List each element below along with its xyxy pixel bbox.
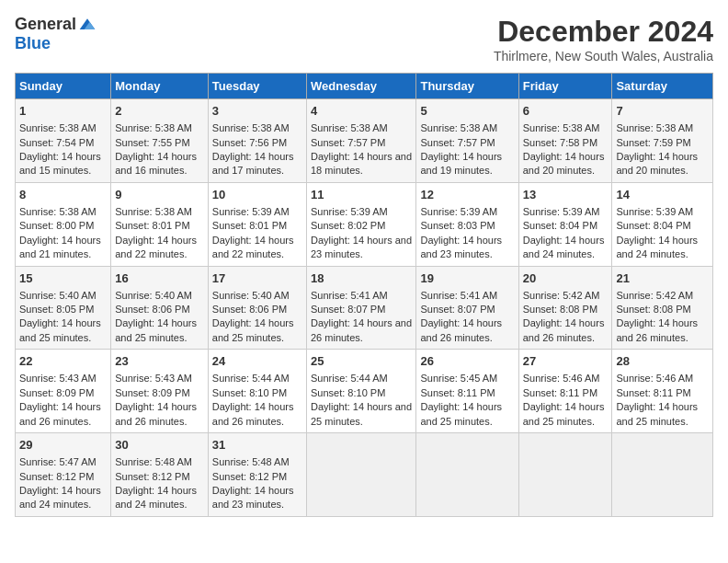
week-row-4: 22Sunrise: 5:43 AMSunset: 8:09 PMDayligh… — [16, 350, 713, 433]
daylight-label: Daylight: 14 hours and 25 minutes. — [420, 401, 502, 426]
day-number: 9 — [115, 187, 204, 203]
sunset-label: Sunset: 8:04 PM — [616, 220, 690, 231]
calendar-cell: 11Sunrise: 5:39 AMSunset: 8:02 PMDayligh… — [306, 182, 415, 266]
daylight-label: Daylight: 14 hours and 25 minutes. — [19, 317, 101, 342]
calendar-cell: 6Sunrise: 5:38 AMSunset: 7:58 PMDaylight… — [518, 99, 612, 183]
sunrise-label: Sunrise: 5:46 AM — [523, 373, 600, 384]
sunset-label: Sunset: 8:06 PM — [115, 304, 189, 315]
week-row-3: 15Sunrise: 5:40 AMSunset: 8:05 PMDayligh… — [16, 266, 713, 350]
sunrise-label: Sunrise: 5:40 AM — [19, 290, 97, 301]
sunset-label: Sunset: 8:04 PM — [523, 220, 597, 231]
calendar-cell: 5Sunrise: 5:38 AMSunset: 7:57 PMDaylight… — [416, 99, 518, 183]
calendar-cell: 17Sunrise: 5:40 AMSunset: 8:06 PMDayligh… — [208, 266, 306, 350]
sunset-label: Sunset: 7:57 PM — [420, 137, 495, 148]
daylight-label: Daylight: 14 hours and 26 minutes. — [19, 401, 101, 426]
sunset-label: Sunset: 8:08 PM — [616, 304, 690, 315]
sunset-label: Sunset: 8:02 PM — [311, 220, 385, 231]
daylight-label: Daylight: 14 hours and 23 minutes. — [212, 485, 294, 510]
sunset-label: Sunset: 8:09 PM — [19, 387, 94, 398]
day-number: 29 — [19, 437, 107, 454]
calendar-cell: 16Sunrise: 5:40 AMSunset: 8:06 PMDayligh… — [111, 266, 209, 350]
calendar-cell: 22Sunrise: 5:43 AMSunset: 8:09 PMDayligh… — [16, 350, 111, 433]
sunset-label: Sunset: 7:54 PM — [19, 137, 94, 148]
daylight-label: Daylight: 14 hours and 25 minutes. — [616, 401, 698, 426]
sunrise-label: Sunrise: 5:40 AM — [212, 290, 290, 301]
day-number: 23 — [115, 353, 204, 370]
sunrise-label: Sunrise: 5:38 AM — [616, 122, 693, 133]
header-cell-tuesday: Tuesday — [208, 74, 306, 99]
sunrise-label: Sunrise: 5:38 AM — [115, 206, 192, 217]
calendar-cell: 9Sunrise: 5:38 AMSunset: 8:01 PMDaylight… — [111, 182, 209, 266]
sunrise-label: Sunrise: 5:39 AM — [420, 206, 497, 217]
daylight-label: Daylight: 14 hours and 25 minutes. — [523, 401, 605, 426]
calendar-cell: 25Sunrise: 5:44 AMSunset: 8:10 PMDayligh… — [306, 350, 415, 433]
day-number: 28 — [616, 353, 709, 370]
header-cell-thursday: Thursday — [416, 74, 518, 99]
sunset-label: Sunset: 8:11 PM — [523, 387, 597, 398]
week-row-5: 29Sunrise: 5:47 AMSunset: 8:12 PMDayligh… — [16, 433, 713, 517]
calendar-cell: 26Sunrise: 5:45 AMSunset: 8:11 PMDayligh… — [416, 350, 518, 433]
sunset-label: Sunset: 8:10 PM — [311, 387, 385, 398]
calendar-cell: 2Sunrise: 5:38 AMSunset: 7:55 PMDaylight… — [111, 99, 209, 183]
day-number: 27 — [523, 353, 609, 370]
sunrise-label: Sunrise: 5:44 AM — [212, 373, 290, 384]
sunrise-label: Sunrise: 5:45 AM — [420, 373, 497, 384]
header: General Blue December 2024 Thirlmere, Ne… — [15, 15, 713, 63]
day-number: 25 — [311, 353, 412, 370]
sunset-label: Sunset: 8:11 PM — [420, 387, 495, 398]
day-number: 26 — [420, 353, 514, 370]
sunrise-label: Sunrise: 5:44 AM — [311, 373, 388, 384]
daylight-label: Daylight: 14 hours and 26 minutes. — [616, 317, 698, 342]
sunrise-label: Sunrise: 5:38 AM — [311, 122, 388, 133]
day-number: 11 — [311, 187, 412, 203]
sunrise-label: Sunrise: 5:46 AM — [616, 373, 693, 384]
sunrise-label: Sunrise: 5:40 AM — [115, 290, 192, 301]
sunrise-label: Sunrise: 5:38 AM — [523, 122, 600, 133]
calendar-table: SundayMondayTuesdayWednesdayThursdayFrid… — [15, 73, 713, 517]
logo: General Blue — [15, 15, 97, 53]
sunrise-label: Sunrise: 5:48 AM — [212, 456, 290, 467]
sunrise-label: Sunrise: 5:39 AM — [616, 206, 693, 217]
sunset-label: Sunset: 7:55 PM — [115, 137, 189, 148]
calendar-cell: 1Sunrise: 5:38 AMSunset: 7:54 PMDaylight… — [16, 99, 111, 183]
daylight-label: Daylight: 14 hours and 21 minutes. — [19, 235, 101, 259]
calendar-cell: 10Sunrise: 5:39 AMSunset: 8:01 PMDayligh… — [208, 182, 306, 266]
logo-icon — [78, 16, 97, 34]
day-number: 15 — [19, 270, 107, 287]
sunset-label: Sunset: 8:07 PM — [311, 304, 385, 315]
day-number: 1 — [19, 103, 107, 120]
sunrise-label: Sunrise: 5:39 AM — [311, 206, 388, 217]
logo-general-text: General — [15, 15, 76, 34]
day-number: 10 — [212, 187, 302, 203]
calendar-cell: 21Sunrise: 5:42 AMSunset: 8:08 PMDayligh… — [612, 266, 713, 350]
calendar-cell: 28Sunrise: 5:46 AMSunset: 8:11 PMDayligh… — [612, 350, 713, 433]
sunset-label: Sunset: 8:06 PM — [212, 304, 287, 315]
sunrise-label: Sunrise: 5:41 AM — [311, 290, 388, 301]
sunset-label: Sunset: 8:08 PM — [523, 304, 597, 315]
daylight-label: Daylight: 14 hours and 19 minutes. — [420, 151, 502, 176]
daylight-label: Daylight: 14 hours and 25 minutes. — [212, 317, 294, 342]
daylight-label: Daylight: 14 hours and 23 minutes. — [420, 235, 502, 259]
day-number: 13 — [523, 187, 609, 203]
day-number: 22 — [19, 353, 107, 370]
daylight-label: Daylight: 14 hours and 22 minutes. — [212, 235, 294, 259]
sunrise-label: Sunrise: 5:42 AM — [616, 290, 693, 301]
day-number: 24 — [212, 353, 302, 370]
day-number: 30 — [115, 437, 204, 454]
sunset-label: Sunset: 8:05 PM — [19, 304, 94, 315]
sunset-label: Sunset: 8:00 PM — [19, 220, 94, 231]
daylight-label: Daylight: 14 hours and 22 minutes. — [115, 235, 197, 259]
calendar-cell: 20Sunrise: 5:42 AMSunset: 8:08 PMDayligh… — [518, 266, 612, 350]
sunset-label: Sunset: 7:56 PM — [212, 137, 287, 148]
daylight-label: Daylight: 14 hours and 24 minutes. — [616, 235, 698, 259]
day-number: 12 — [420, 187, 514, 203]
sunrise-label: Sunrise: 5:39 AM — [523, 206, 600, 217]
sunset-label: Sunset: 8:09 PM — [115, 387, 189, 398]
day-number: 20 — [523, 270, 609, 287]
calendar-cell: 14Sunrise: 5:39 AMSunset: 8:04 PMDayligh… — [612, 182, 713, 266]
daylight-label: Daylight: 14 hours and 16 minutes. — [115, 151, 197, 176]
daylight-label: Daylight: 14 hours and 26 minutes. — [311, 317, 412, 342]
daylight-label: Daylight: 14 hours and 20 minutes. — [616, 151, 698, 176]
calendar-cell: 7Sunrise: 5:38 AMSunset: 7:59 PMDaylight… — [612, 99, 713, 183]
day-number: 6 — [523, 103, 609, 120]
